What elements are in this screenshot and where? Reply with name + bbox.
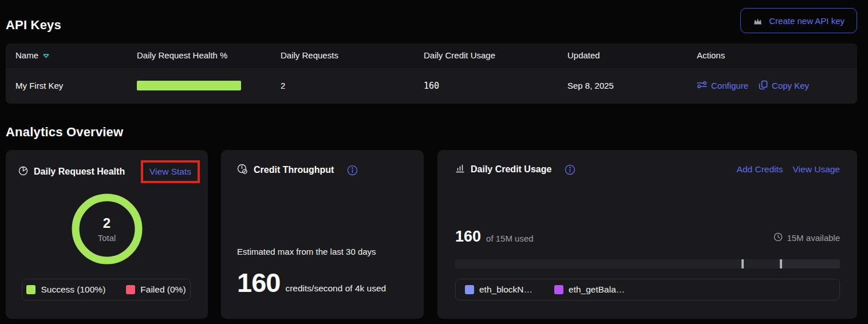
page-title: API Keys <box>6 18 61 33</box>
health-bar-cell <box>137 81 281 90</box>
usage-stats-row: 160 of 15M used 15M available <box>455 228 840 246</box>
used-value: 160 <box>455 228 481 246</box>
card-title: Daily Credit Usage <box>471 164 551 175</box>
card-title: Daily Request Health <box>34 167 125 177</box>
info-icon[interactable] <box>347 165 358 176</box>
dashboard-page: API Keys Create new API key Name Daily R… <box>0 0 868 324</box>
health-bar <box>137 81 241 90</box>
progress-tick <box>780 259 782 268</box>
sliders-icon <box>697 81 707 90</box>
health-legend: Success (100%) Failed (0%) <box>22 279 191 301</box>
daily-request-health-card: Daily Request Health View Stats 2 Total … <box>6 150 208 319</box>
failed-swatch <box>126 285 135 294</box>
legend-item-success: Success (100%) <box>26 285 105 295</box>
daily-credit-usage-value: 160 <box>424 81 567 91</box>
pie-chart-icon <box>18 166 28 178</box>
legend-item-eth-getbalance: eth_getBala… <box>554 285 625 295</box>
throughput-suffix: credits/second of 4k used <box>285 283 386 296</box>
eth-getbalance-swatch <box>554 285 563 294</box>
donut-total-label: Total <box>98 233 116 243</box>
table-row: My First Key 2 160 Sep 8, 2025 Configure <box>6 68 857 104</box>
credit-throughput-card: Credit Throughput Estimated max from the… <box>221 150 424 319</box>
column-header-credit-usage: Daily Credit Usage <box>424 50 567 60</box>
daily-requests-value: 2 <box>281 81 424 90</box>
throughput-value: 160 <box>237 270 280 296</box>
analytics-overview-title: Analytics Overview <box>6 125 123 140</box>
copy-key-link[interactable]: Copy Key <box>759 80 809 92</box>
view-stats-link[interactable]: View Stats <box>149 167 191 176</box>
clock-icon <box>774 232 783 243</box>
daily-credit-usage-card: Daily Credit Usage Add Credits View Usag… <box>437 150 857 319</box>
card-header: Credit Throughput <box>237 164 409 176</box>
legend-item-failed: Failed (0%) <box>126 285 186 295</box>
create-new-api-key-label: Create new API key <box>769 16 845 26</box>
card-header: Daily Request Health View Stats <box>18 159 200 185</box>
create-new-api-key-button[interactable]: Create new API key <box>740 8 857 33</box>
column-header-actions: Actions <box>697 50 857 60</box>
copy-icon <box>759 80 768 92</box>
chevron-down-icon <box>43 50 49 60</box>
throughput-subtitle: Estimated max from the last 30 days <box>237 247 386 256</box>
progress-tick <box>741 259 744 268</box>
column-header-name[interactable]: Name <box>6 50 137 60</box>
column-header-health: Daily Request Health % <box>137 50 281 60</box>
info-icon[interactable] <box>565 164 575 175</box>
card-header-links: Add Credits View Usage <box>737 164 840 175</box>
donut-chart-wrap: 2 Total <box>6 193 208 265</box>
eth-blocknumber-swatch <box>465 285 474 294</box>
api-keys-table: Name Daily Request Health % Daily Reques… <box>6 44 857 104</box>
donut-total-value: 2 <box>103 215 111 231</box>
progress-segment <box>781 259 840 268</box>
add-credits-link[interactable]: Add Credits <box>737 164 783 175</box>
used-suffix: of 15M used <box>486 234 534 243</box>
donut-center: 2 Total <box>71 193 143 265</box>
usage-progress-bar <box>455 259 840 268</box>
usage-legend: eth_blockN… eth_getBala… <box>455 279 840 301</box>
actions-cell: Configure Copy Key <box>697 80 857 92</box>
card-title: Credit Throughput <box>254 165 334 175</box>
column-header-updated: Updated <box>567 50 697 60</box>
legend-item-eth-blocknumber: eth_blockN… <box>465 285 532 295</box>
crown-icon <box>753 17 763 25</box>
card-header: Daily Credit Usage Add Credits View Usag… <box>455 164 840 175</box>
bar-chart-icon <box>455 164 465 175</box>
gauge-icon <box>237 164 248 176</box>
configure-link[interactable]: Configure <box>697 81 748 90</box>
success-swatch <box>26 285 35 294</box>
column-header-requests: Daily Requests <box>281 50 424 60</box>
donut-chart: 2 Total <box>71 193 143 265</box>
updated-value: Sep 8, 2025 <box>567 81 697 90</box>
throughput-stats: Estimated max from the last 30 days 160 … <box>237 247 386 296</box>
table-header-row: Name Daily Request Health % Daily Reques… <box>6 44 857 68</box>
available-info: 15M available <box>774 232 840 243</box>
available-label: 15M available <box>787 233 840 243</box>
api-key-name: My First Key <box>6 81 137 90</box>
throughput-value-line: 160 credits/second of 4k used <box>237 270 386 296</box>
view-usage-link[interactable]: View Usage <box>793 164 840 175</box>
annotation-highlight-box: View Stats <box>141 160 200 183</box>
